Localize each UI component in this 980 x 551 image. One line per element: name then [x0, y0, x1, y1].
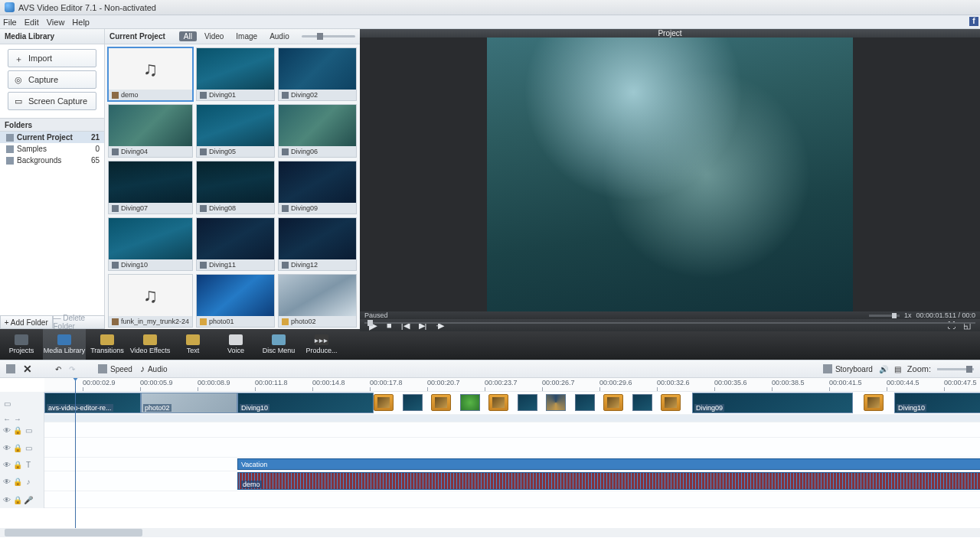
transition[interactable]	[488, 394, 508, 411]
project-panel: Current Project All Video Image Audio ♫d…	[105, 29, 360, 329]
video-clip-small[interactable]	[403, 394, 423, 411]
video-clip-small[interactable]	[632, 394, 652, 411]
folder-item[interactable]: Current Project21	[0, 132, 104, 143]
media-item[interactable]: Diving06	[278, 104, 357, 158]
menu-bar: File Edit View Help	[0, 15, 980, 29]
folder-item[interactable]: Samples0	[0, 143, 104, 155]
media-item[interactable]: ♫funk_in_my_trunk2-24	[108, 274, 193, 328]
media-item[interactable]: Diving02	[278, 47, 357, 101]
module-tabs: ProjectsMedia LibraryTransitionsVideo Ef…	[0, 329, 980, 360]
window-title: AVS Video Editor 7.1 - Non-activated	[18, 3, 156, 12]
media-grid: ♫demoDiving01Diving02Diving04Diving05Div…	[105, 44, 360, 329]
preview-area	[360, 37, 980, 311]
playback-time: 00:00:01.511 / 00:0	[916, 311, 975, 319]
timeline-zoom-slider[interactable]	[937, 368, 974, 370]
video-clip-small[interactable]	[518, 394, 537, 411]
media-item[interactable]: Diving12	[278, 217, 357, 271]
tab-media-library[interactable]: Media Library	[43, 329, 86, 360]
audio-clip[interactable]: demo	[237, 472, 980, 490]
title-bar: AVS Video Editor 7.1 - Non-activated	[0, 0, 980, 15]
playback-speed: 1x	[904, 311, 912, 319]
media-item[interactable]: Diving05	[196, 104, 275, 158]
menu-edit[interactable]: Edit	[24, 18, 39, 27]
video-clip[interactable]: Diving10	[237, 393, 374, 413]
transition[interactable]	[603, 394, 623, 411]
audio-track-1-header[interactable]: 👁🔒♪	[0, 471, 44, 491]
facebook-icon[interactable]: f	[969, 17, 978, 26]
fade-track[interactable]	[44, 415, 980, 422]
video-clip[interactable]: photo02	[141, 393, 237, 413]
media-item[interactable]: Diving09	[278, 161, 357, 214]
volume-button[interactable]: 🔊	[879, 365, 888, 373]
split-button[interactable]	[6, 364, 15, 373]
transition[interactable]	[864, 394, 884, 411]
camera-icon: ◎	[15, 75, 24, 84]
tab-voice[interactable]: Voice	[214, 329, 257, 360]
media-item[interactable]: ♫demo	[108, 47, 193, 101]
storyboard-button[interactable]: Storyboard	[823, 364, 873, 373]
video-clip-small[interactable]	[575, 394, 595, 411]
filter-all[interactable]: All	[179, 31, 197, 41]
filter-video[interactable]: Video	[200, 31, 228, 41]
effects-track-header[interactable]: 👁🔒▭	[0, 438, 44, 458]
audio-button[interactable]: ♪Audio	[140, 364, 168, 374]
video-clip-small[interactable]	[460, 394, 480, 411]
capture-button[interactable]: ◎Capture	[8, 70, 96, 89]
transition[interactable]	[431, 394, 451, 411]
audio-track-2-header[interactable]: 👁🔒🎤	[0, 491, 44, 508]
transition[interactable]	[374, 394, 394, 411]
screen-capture-button[interactable]: ▭Screen Capture	[8, 92, 96, 110]
filter-audio[interactable]: Audio	[265, 31, 294, 41]
tab-transitions[interactable]: Transitions	[86, 329, 129, 360]
media-item[interactable]: Diving04	[108, 104, 193, 158]
overlay-track[interactable]	[44, 422, 980, 438]
timeline-scrollbar[interactable]	[0, 528, 980, 537]
tab-text[interactable]: Text	[172, 329, 214, 360]
overlay-track-header[interactable]: 👁🔒▭	[0, 422, 44, 438]
timeline-ruler[interactable]: 00:00:02.900:00:05.900:00:08.900:00:11.8…	[44, 378, 980, 392]
menu-view[interactable]: View	[47, 18, 65, 27]
media-item[interactable]: Diving08	[196, 161, 275, 214]
playhead[interactable]	[75, 378, 76, 537]
thumbnail-zoom-slider[interactable]	[302, 35, 355, 37]
media-item[interactable]: photo02	[278, 274, 357, 328]
video-clip-small[interactable]	[546, 394, 566, 411]
audio-track-1[interactable]: demo	[44, 471, 980, 491]
media-item[interactable]: Diving11	[196, 217, 275, 271]
media-item[interactable]: photo01	[196, 274, 275, 328]
folder-item[interactable]: Backgrounds65	[0, 155, 104, 166]
media-item[interactable]: Diving10	[108, 217, 193, 271]
text-clip[interactable]: Vacation	[237, 458, 980, 470]
menu-help[interactable]: Help	[72, 18, 90, 27]
video-track[interactable]: avs-video-editor-re...photo02Diving10Div…	[44, 392, 980, 415]
import-button[interactable]: ＋Import	[8, 49, 96, 67]
effects-track[interactable]	[44, 438, 980, 458]
undo-button[interactable]: ↶	[55, 365, 61, 373]
video-clip[interactable]: Diving10	[894, 393, 980, 413]
speed-button[interactable]: Speed	[98, 364, 132, 373]
volume-slider[interactable]	[869, 315, 900, 317]
text-track-header[interactable]: 👁🔒T	[0, 458, 44, 471]
playback-status: Paused	[364, 311, 388, 319]
tab-disc-menu[interactable]: Disc Menu	[257, 329, 300, 360]
text-track[interactable]: Vacation	[44, 458, 980, 471]
zoom-label: Zoom:	[907, 364, 931, 373]
fade-track-header[interactable]: ←→	[0, 415, 44, 422]
tab-video-effects[interactable]: Video Effects	[129, 329, 172, 360]
filter-image[interactable]: Image	[231, 31, 262, 41]
media-item[interactable]: Diving07	[108, 161, 193, 214]
tab-produce-[interactable]: ▶▶▶Produce...	[300, 329, 343, 360]
video-clip[interactable]: avs-video-editor-re...	[44, 393, 141, 413]
tab-projects[interactable]: Projects	[0, 329, 43, 360]
transition[interactable]	[661, 394, 681, 411]
preview-frame	[487, 37, 853, 311]
redo-button[interactable]: ↷	[69, 365, 75, 373]
add-folder-button[interactable]: + Add Folder	[0, 315, 53, 329]
delete-button[interactable]: ✕	[23, 363, 32, 375]
media-item[interactable]: Diving01	[196, 47, 275, 101]
video-track-header[interactable]: ▭	[0, 392, 44, 415]
menu-file[interactable]: File	[3, 18, 17, 27]
audio-track-2[interactable]	[44, 491, 980, 508]
tracks-button[interactable]: ▤	[894, 365, 901, 373]
video-clip[interactable]: Diving09	[692, 393, 853, 413]
